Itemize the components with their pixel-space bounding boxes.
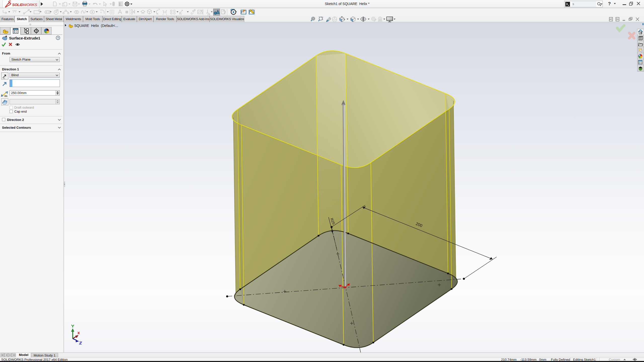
svg-text:SQUARE Helix (Default<...: SQUARE Helix (Default<... [74,24,118,28]
svg-text:WORKS: WORKS [23,3,37,7]
svg-text:D1: D1 [5,95,8,97]
svg-text:SOLID: SOLID [12,3,23,7]
